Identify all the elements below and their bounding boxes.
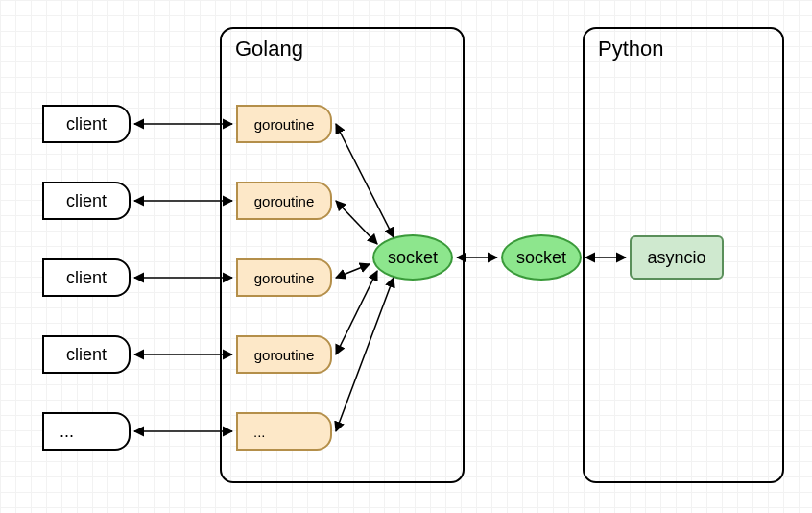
- client-node: client: [42, 258, 131, 297]
- socket-node-golang: socket: [372, 234, 453, 281]
- goroutine-node: goroutine: [236, 182, 332, 220]
- goroutine-node: goroutine: [236, 258, 332, 297]
- python-label: Python: [598, 37, 664, 61]
- asyncio-node: asyncio: [630, 235, 724, 280]
- goroutine-node: goroutine: [236, 335, 332, 374]
- client-node: client: [42, 335, 131, 374]
- socket-node-python: socket: [501, 234, 582, 281]
- client-node: client: [42, 182, 131, 220]
- client-node-more: ...: [42, 412, 131, 451]
- goroutine-node: goroutine: [236, 105, 332, 143]
- golang-label: Golang: [235, 37, 303, 61]
- client-node: client: [42, 105, 131, 143]
- diagram-canvas: Golang Python client client client clien…: [0, 0, 812, 513]
- goroutine-node-more: ...: [236, 412, 332, 451]
